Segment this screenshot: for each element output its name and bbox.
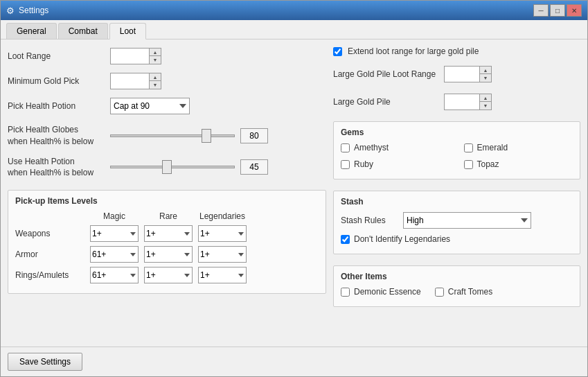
pickup-row-rings: Rings/Amulets 1+61+70+Never 1+61+70+Neve…	[15, 267, 319, 283]
pickup-items-section: Pick-up Items Levels Magic Rare Legendar…	[8, 190, 326, 294]
pickup-armor-rare-select[interactable]: 1+61+70+Never	[144, 246, 193, 263]
ruby-row: Ruby	[341, 159, 450, 169]
min-gold-pick-input[interactable]: 50	[111, 73, 149, 89]
stash-rules-row: Stash Rules High Medium Low None	[341, 212, 573, 229]
extend-loot-checkbox[interactable]	[333, 47, 342, 56]
pickup-weapons-magic-select[interactable]: 1+61+70+Never	[90, 225, 139, 242]
footer: Save Settings	[1, 347, 587, 376]
amethyst-row: Amethyst	[341, 143, 450, 152]
pickup-rings-label: Rings/Amulets	[15, 270, 84, 280]
min-gold-pick-label: Minimum Gold Pick	[8, 76, 105, 86]
extend-loot-row: Extend loot range for large gold pile	[333, 46, 580, 56]
stash-rules-select[interactable]: High Medium Low None	[403, 212, 531, 229]
emerald-checkbox[interactable]	[464, 143, 473, 152]
pick-health-globes-slider-container: 80	[110, 128, 268, 143]
large-gold-pile-up-btn[interactable]: ▲	[480, 94, 491, 102]
pickup-col-legendaries: Legendaries	[198, 211, 247, 221]
topaz-row: Topaz	[464, 159, 573, 169]
use-health-potion-label: Use Health Potion when Health% is below	[8, 156, 105, 179]
other-items-title: Other Items	[341, 272, 573, 281]
craft-tomes-row: Craft Tomes	[435, 287, 492, 297]
tab-combat[interactable]: Combat	[58, 23, 108, 39]
pickup-row-weapons: Weapons 1+61+70+Never 1+61+70+Never 1+61…	[15, 225, 319, 242]
large-gold-pile-spinbox: 1000 ▲ ▼	[444, 94, 492, 110]
minimize-button[interactable]: ─	[533, 4, 549, 17]
tab-general[interactable]: General	[6, 23, 57, 39]
right-panel: Extend loot range for large gold pile La…	[333, 46, 580, 340]
craft-tomes-checkbox[interactable]	[435, 288, 444, 297]
large-gold-pile-loot-range-up-btn[interactable]: ▲	[480, 67, 491, 74]
left-panel: Loot Range 200 ▲ ▼ Minimum Gold Pick 50	[8, 46, 326, 340]
save-settings-button[interactable]: Save Settings	[8, 353, 82, 371]
min-gold-pick-up-btn[interactable]: ▲	[150, 73, 161, 81]
amethyst-checkbox[interactable]	[341, 143, 350, 152]
maximize-button[interactable]: □	[550, 4, 565, 17]
craft-tomes-label: Craft Tomes	[448, 287, 492, 297]
stash-title: Stash	[341, 197, 573, 207]
pickup-weapons-rare-select[interactable]: 1+61+70+Never	[144, 225, 193, 242]
tab-loot[interactable]: Loot	[109, 23, 146, 40]
large-gold-pile-label: Large Gold Pile	[333, 97, 437, 107]
loot-range-spinbox-btns: ▲ ▼	[149, 49, 161, 64]
pickup-armor-magic-select[interactable]: 1+61+70+Never	[90, 246, 139, 263]
loot-range-input[interactable]: 200	[111, 49, 149, 64]
gems-section: Gems Amethyst Emerald Ruby	[333, 121, 580, 179]
pick-health-globes-value: 80	[240, 128, 268, 143]
min-gold-pick-spinbox-btns: ▲ ▼	[149, 73, 161, 89]
other-items-section: Other Items Demonic Essence Craft Tomes	[333, 265, 580, 307]
pickup-armor-legendaries-select[interactable]: 1+61+70+Never	[198, 246, 247, 263]
pick-health-globes-slider[interactable]	[110, 134, 235, 137]
window-title: Settings	[19, 6, 48, 15]
pickup-header: Magic Rare Legendaries	[15, 211, 319, 221]
main-area: Loot Range 200 ▲ ▼ Minimum Gold Pick 50	[8, 46, 580, 340]
title-bar: ⚙ Settings ─ □ ✕	[1, 1, 587, 20]
large-gold-pile-loot-range-label: Large Gold Pile Loot Range	[333, 69, 437, 79]
emerald-label: Emerald	[477, 143, 508, 152]
use-health-potion-slider[interactable]	[110, 166, 235, 168]
loot-range-up-btn[interactable]: ▲	[150, 49, 161, 56]
pick-health-potion-select[interactable]: Cap at 90 Always Never Cap at 80 Cap at …	[110, 98, 190, 114]
pickup-armor-label: Armor	[15, 249, 84, 259]
pickup-rings-rare-select[interactable]: 1+61+70+Never	[144, 267, 193, 283]
stash-rules-label: Stash Rules	[341, 216, 396, 225]
pickup-weapons-legendaries-select[interactable]: 1+61+70+Never	[198, 225, 247, 242]
pick-health-globes-row: Pick Health Globes when Health% is below…	[8, 124, 326, 148]
min-gold-pick-down-btn[interactable]: ▼	[150, 81, 161, 89]
extend-loot-label: Extend loot range for large gold pile	[348, 46, 479, 56]
main-window: ⚙ Settings ─ □ ✕ General Combat Loot Loo…	[0, 0, 588, 377]
loot-range-row: Loot Range 200 ▲ ▼	[8, 46, 326, 66]
use-health-potion-row: Use Health Potion when Health% is below …	[8, 156, 326, 179]
topaz-checkbox[interactable]	[464, 160, 473, 169]
pickup-rings-magic-select[interactable]: 1+61+70+Never	[90, 267, 139, 283]
large-gold-pile-down-btn[interactable]: ▼	[480, 102, 491, 109]
pickup-weapons-label: Weapons	[15, 229, 84, 238]
pick-health-globes-label: Pick Health Globes when Health% is below	[8, 124, 105, 148]
pickup-section-title: Pick-up Items Levels	[15, 196, 319, 206]
demonic-essence-checkbox[interactable]	[341, 288, 350, 297]
main-content: Loot Range 200 ▲ ▼ Minimum Gold Pick 50	[1, 40, 587, 347]
dont-identify-checkbox[interactable]	[341, 235, 350, 244]
large-gold-pile-input[interactable]: 1000	[445, 94, 479, 109]
loot-range-down-btn[interactable]: ▼	[150, 56, 161, 64]
emerald-row: Emerald	[464, 143, 573, 152]
ruby-checkbox[interactable]	[341, 160, 350, 169]
stash-section: Stash Stash Rules High Medium Low None D…	[333, 191, 580, 254]
large-gold-pile-btns: ▲ ▼	[479, 94, 491, 109]
pickup-rings-legendaries-select[interactable]: 1+61+70+Never	[198, 267, 247, 283]
tabs-bar: General Combat Loot	[1, 20, 587, 40]
large-gold-pile-loot-range-spinbox: 200 ▲ ▼	[444, 66, 492, 82]
pickup-row-armor: Armor 1+61+70+Never 1+61+70+Never 1+61+7…	[15, 246, 319, 263]
demonic-essence-label: Demonic Essence	[354, 287, 421, 297]
close-button[interactable]: ✕	[567, 4, 582, 17]
topaz-label: Topaz	[477, 159, 499, 169]
min-gold-pick-spinbox: 50 ▲ ▼	[110, 73, 161, 89]
title-bar-left: ⚙ Settings	[6, 6, 48, 16]
loot-range-label: Loot Range	[8, 51, 105, 61]
pickup-col-rare: Rare	[144, 211, 193, 221]
large-gold-pile-loot-range-down-btn[interactable]: ▼	[480, 74, 491, 82]
gems-title: Gems	[341, 128, 573, 137]
use-health-potion-slider-container: 45	[110, 159, 268, 175]
other-items-row: Demonic Essence Craft Tomes	[341, 287, 573, 301]
ruby-label: Ruby	[354, 159, 373, 169]
large-gold-pile-loot-range-input[interactable]: 200	[445, 67, 479, 82]
